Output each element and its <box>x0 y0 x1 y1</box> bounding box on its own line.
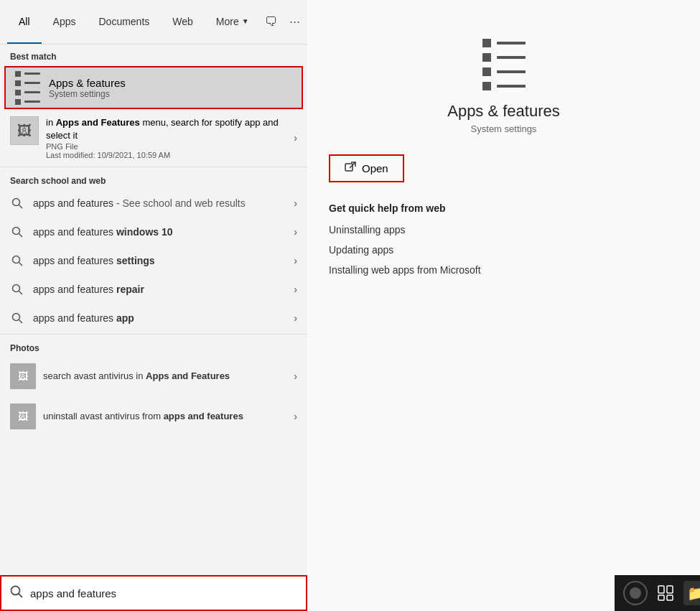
open-icon <box>345 162 356 175</box>
open-button[interactable]: Open <box>329 154 404 182</box>
search-icon <box>10 225 24 239</box>
search-result-3[interactable]: apps and features settings › <box>0 246 307 275</box>
tab-all[interactable]: All <box>7 0 42 44</box>
svg-line-3 <box>19 234 23 238</box>
search-result-text-4: apps and features repair <box>33 284 289 295</box>
svg-rect-14 <box>658 586 664 593</box>
svg-point-6 <box>13 285 20 292</box>
search-result-5[interactable]: apps and features app › <box>0 304 307 332</box>
file-title: in Apps and Features menu, search for sp… <box>46 116 289 142</box>
app-detail-title: Apps & features <box>447 102 560 121</box>
quick-help-section: Get quick help from web Uninstalling app… <box>307 182 700 284</box>
search-result-text-2: apps and features windows 10 <box>33 226 289 238</box>
svg-rect-12 <box>345 164 353 171</box>
open-button-label: Open <box>362 162 388 174</box>
chevron-right-icon: › <box>294 312 297 324</box>
tab-bar-icons: 🗨 ··· <box>265 14 300 29</box>
svg-rect-16 <box>658 595 664 600</box>
photo-result-text-2: uninstall avast antivirus from apps and … <box>43 410 289 423</box>
quick-help-link-1[interactable]: Uninstalling apps <box>329 224 678 235</box>
photos-label: Photos <box>0 336 307 356</box>
photo-thumbnail-2: 🖼 <box>10 404 36 429</box>
svg-rect-17 <box>667 595 673 600</box>
search-result-text-3: apps and features settings <box>33 255 289 266</box>
tab-web[interactable]: Web <box>161 0 205 44</box>
search-result-1[interactable]: apps and features - See school and web r… <box>0 189 307 218</box>
tabs: All Apps Documents Web More ▼ <box>7 0 261 44</box>
svg-point-10 <box>11 587 20 595</box>
svg-rect-15 <box>667 586 673 593</box>
photo-result-text-1: search avast antivirus in Apps and Featu… <box>43 370 289 383</box>
taskbar: 📁 <box>615 575 700 611</box>
app-detail-icon <box>475 36 533 93</box>
right-panel: Apps & features System settings Open Get… <box>307 0 700 611</box>
quick-help-title: Get quick help from web <box>329 202 678 214</box>
search-icon <box>10 253 24 268</box>
search-icon <box>10 196 24 210</box>
chevron-right-icon: › <box>294 370 297 382</box>
search-input[interactable] <box>30 587 297 600</box>
chevron-right-icon: › <box>294 197 297 209</box>
best-match-text: Apps & features System settings <box>49 77 126 99</box>
search-school-web-label: Search school and web <box>0 169 307 189</box>
svg-line-11 <box>19 594 22 597</box>
best-match-title: Apps & features <box>49 77 126 89</box>
separator <box>0 334 307 335</box>
user-feedback-icon[interactable]: 🗨 <box>265 14 278 29</box>
search-bar-icon <box>10 585 23 601</box>
quick-help-link-2[interactable]: Updating apps <box>329 244 678 256</box>
file-type: PNG File <box>46 142 289 151</box>
svg-point-4 <box>13 256 20 263</box>
svg-point-8 <box>13 314 20 321</box>
more-options-icon[interactable]: ··· <box>289 14 300 29</box>
file-explorer-icon[interactable]: 📁 <box>683 581 700 605</box>
search-bar[interactable] <box>0 575 307 611</box>
tab-bar: All Apps Documents Web More ▼ 🗨 ··· <box>0 0 307 45</box>
chevron-right-icon: › <box>294 284 297 295</box>
task-view-icon[interactable] <box>653 581 678 605</box>
chevron-right-icon: › <box>294 226 297 238</box>
file-date: Last modified: 10/9/2021, 10:59 AM <box>46 151 289 159</box>
svg-line-5 <box>19 263 23 266</box>
search-result-text-1: apps and features - See school and web r… <box>33 197 289 209</box>
chevron-down-icon: ▼ <box>242 17 249 25</box>
best-match-label: Best match <box>0 45 307 65</box>
apps-features-small-icon <box>14 75 40 101</box>
chevron-right-icon: › <box>294 411 297 422</box>
best-match-item[interactable]: Apps & features System settings <box>4 66 303 109</box>
chevron-right-icon: › <box>294 255 297 266</box>
photo-result-2[interactable]: 🖼 uninstall avast antivirus from apps an… <box>0 396 307 437</box>
app-detail-subtitle: System settings <box>471 123 537 134</box>
tab-documents[interactable]: Documents <box>87 0 161 44</box>
photo-result-1[interactable]: 🖼 search avast antivirus in Apps and Fea… <box>0 356 307 396</box>
quick-help-link-3[interactable]: Installing web apps from Microsoft <box>329 264 678 276</box>
svg-line-7 <box>19 291 23 295</box>
svg-point-0 <box>13 199 20 206</box>
separator <box>0 167 307 167</box>
best-match-subtitle: System settings <box>49 89 126 99</box>
tab-apps[interactable]: Apps <box>42 0 88 44</box>
svg-line-9 <box>19 320 23 324</box>
search-result-text-5: apps and features app <box>33 312 289 324</box>
svg-point-2 <box>13 228 20 235</box>
tab-more[interactable]: More ▼ <box>205 0 261 44</box>
search-result-4[interactable]: apps and features repair › <box>0 275 307 304</box>
chevron-right-icon: › <box>294 132 297 144</box>
search-icon <box>10 282 24 297</box>
search-result-2[interactable]: apps and features windows 10 › <box>0 218 307 246</box>
svg-line-1 <box>19 205 23 209</box>
search-icon <box>10 311 24 325</box>
left-panel: All Apps Documents Web More ▼ 🗨 ··· Best… <box>0 0 307 611</box>
photo-thumbnail-1: 🖼 <box>10 363 36 389</box>
file-result-item[interactable]: 🖼 in Apps and Features menu, search for … <box>0 111 307 165</box>
file-thumbnail: 🖼 <box>10 116 39 145</box>
file-info: in Apps and Features menu, search for sp… <box>46 116 289 159</box>
cortana-icon[interactable] <box>623 581 648 605</box>
